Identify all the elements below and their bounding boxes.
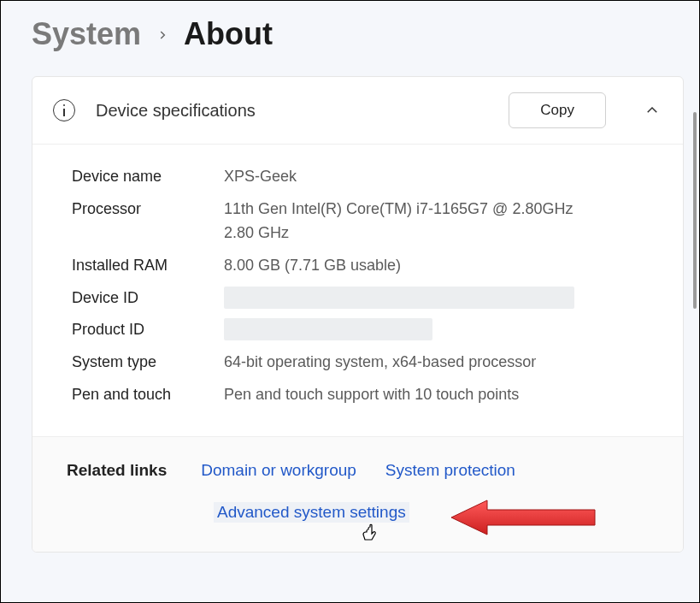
- spec-value: [224, 318, 432, 340]
- spec-row-device-id: Device ID: [72, 287, 662, 310]
- spec-value: 64-bit operating system, x64-based proce…: [224, 351, 536, 375]
- device-specifications-card: Device specifications Copy Device name X…: [32, 76, 684, 553]
- redacted-value: [224, 287, 574, 309]
- spec-label: Product ID: [72, 318, 224, 342]
- card-title: Device specifications: [96, 101, 488, 121]
- svg-marker-0: [451, 500, 595, 535]
- link-domain-workgroup[interactable]: Domain or workgroup: [201, 461, 356, 480]
- specs-list: Device name XPS-Geek Processor 11th Gen …: [32, 145, 683, 436]
- spec-label: Device ID: [72, 287, 224, 310]
- breadcrumb-parent[interactable]: System: [32, 16, 141, 52]
- cursor-pointer-icon: [361, 523, 378, 547]
- spec-row-device-name: Device name XPS-Geek: [72, 165, 662, 189]
- related-links-section: Related links Domain or workgroup System…: [32, 436, 683, 552]
- related-links-title: Related links: [67, 461, 167, 480]
- redacted-value: [224, 318, 432, 340]
- scrollbar[interactable]: [693, 112, 697, 309]
- spec-value: [224, 287, 574, 309]
- breadcrumb-current: About: [184, 16, 273, 52]
- spec-label: Processor: [72, 198, 224, 222]
- copy-button[interactable]: Copy: [509, 92, 606, 128]
- spec-label: Installed RAM: [72, 254, 224, 278]
- spec-value: 8.00 GB (7.71 GB usable): [224, 254, 401, 278]
- spec-row-product-id: Product ID: [72, 318, 662, 342]
- annotation-arrow-icon: [451, 497, 597, 541]
- chevron-right-icon: [156, 22, 168, 46]
- spec-label: System type: [72, 351, 224, 375]
- breadcrumb: System About: [1, 1, 699, 76]
- spec-value: Pen and touch support with 10 touch poin…: [224, 383, 519, 407]
- spec-row-ram: Installed RAM 8.00 GB (7.71 GB usable): [72, 254, 662, 278]
- card-header[interactable]: Device specifications Copy: [32, 77, 683, 145]
- chevron-up-icon[interactable]: [642, 100, 662, 121]
- spec-value: XPS-Geek: [224, 165, 297, 189]
- spec-row-processor: Processor 11th Gen Intel(R) Core(TM) i7-…: [72, 198, 662, 245]
- info-icon: [53, 99, 75, 121]
- link-advanced-system-settings[interactable]: Advanced system settings: [214, 502, 409, 523]
- spec-value: 11th Gen Intel(R) Core(TM) i7-1165G7 @ 2…: [224, 198, 583, 245]
- spec-row-system-type: System type 64-bit operating system, x64…: [72, 351, 662, 375]
- link-system-protection[interactable]: System protection: [385, 461, 515, 480]
- spec-row-pen-touch: Pen and touch Pen and touch support with…: [72, 383, 662, 407]
- spec-label: Pen and touch: [72, 383, 224, 407]
- spec-label: Device name: [72, 165, 224, 189]
